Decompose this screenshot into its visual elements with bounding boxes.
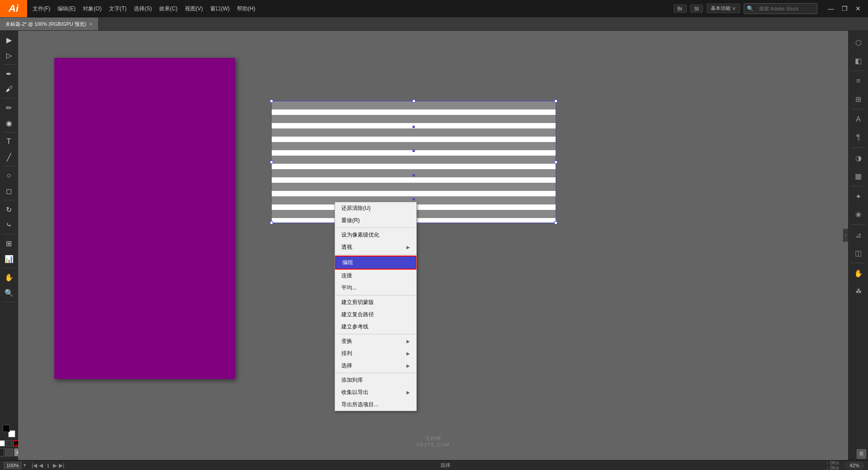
panel-extra-icon[interactable]: ☘ [850, 283, 867, 299]
mid-dot-1 [413, 126, 415, 128]
panel-symbols-icon[interactable]: ❀ [850, 206, 867, 223]
close-button[interactable]: ✕ [852, 2, 864, 15]
ctx-undo[interactable]: 还原清除(U) [335, 202, 416, 214]
transform-tool[interactable]: ⊞ [2, 236, 16, 251]
tab-close-button[interactable]: ✕ [89, 22, 93, 27]
next-page-button[interactable]: ▶ [53, 462, 57, 469]
search-input[interactable] [755, 5, 814, 13]
ctx-export-selection[interactable]: 导出所选项目... [335, 399, 416, 411]
panel-transform-icon[interactable]: ⊿ [850, 227, 867, 243]
chart-tool[interactable]: 📊 [2, 252, 16, 266]
menu-select[interactable]: 选择(S) [130, 0, 156, 17]
warp-tool[interactable]: ⤷ [2, 218, 16, 232]
ctx-select-arrow: ▶ [406, 363, 410, 368]
slice-icon[interactable] [5, 448, 13, 456]
maximize-button[interactable]: ❐ [838, 2, 851, 15]
type-tool[interactable]: T [2, 134, 16, 149]
document-tab[interactable]: 未标题-2* @ 100% (RGB/GPU 预览) ✕ [0, 18, 99, 30]
blob-tool[interactable]: ◉ [2, 116, 16, 130]
ctx-sep-2 [335, 254, 416, 255]
tab-label: 未标题-2* @ 100% (RGB/GPU 预览) [5, 21, 86, 28]
normal-mode-icon[interactable] [0, 440, 5, 446]
menu-help[interactable]: 帮助(H) [233, 0, 259, 17]
direct-select-tool[interactable]: ▷ [2, 48, 16, 62]
zoom-input[interactable]: 100% [4, 462, 22, 469]
handle-bottom-left[interactable] [270, 221, 273, 224]
ctx-group[interactable]: 编组 [335, 256, 416, 270]
panel-para-icon[interactable]: ¶ [850, 129, 867, 146]
ctx-compound-path[interactable]: 建立复合路径 [335, 309, 416, 321]
panel-libraries-icon[interactable]: ⬡ [850, 34, 867, 51]
menu-file[interactable]: 文件(F) [29, 0, 54, 17]
last-page-button[interactable]: ▶| [59, 462, 64, 469]
menu-window[interactable]: 窗口(W) [207, 0, 233, 17]
download-speed: ↓ 0K/s [826, 465, 839, 470]
ctx-transform[interactable]: 变换▶ [335, 335, 416, 347]
ctx-collect-arrow: ▶ [406, 390, 410, 395]
artboard-view-icon[interactable] [0, 448, 4, 456]
panel-sep-3 [851, 147, 866, 148]
panel-hand-icon[interactable]: ✋ [850, 265, 867, 281]
page-navigation: |◀ ◀ 1 ▶ ▶| [32, 462, 64, 469]
menu-edit[interactable]: 编辑(E) [54, 0, 79, 17]
menu-view[interactable]: 视图(V) [181, 0, 207, 17]
tool-row: ╲ [0, 440, 19, 446]
handle-mid-left[interactable] [270, 161, 273, 164]
ctx-sep-1 [335, 228, 416, 228]
menu-bar: 文件(F) 编辑(E) 对象(O) 文字(T) 选择(S) 效果(C) 视图(V… [27, 0, 674, 17]
panel-brush-icon[interactable]: ✦ [850, 188, 867, 204]
panel-swatches-icon[interactable]: ▦ [850, 168, 867, 184]
pencil-tool[interactable]: ✏ [2, 100, 16, 115]
handle-top-left[interactable] [270, 100, 273, 103]
ctx-collect-export[interactable]: 收集以导出▶ [335, 386, 416, 399]
prev-page-button[interactable]: ◀ [39, 462, 43, 469]
stock-button[interactable]: St [690, 5, 703, 13]
bridge-button[interactable]: Br [674, 5, 687, 13]
panel-gradient-icon[interactable]: ◫ [850, 245, 867, 261]
panel-properties-icon[interactable]: ≡ [850, 73, 867, 89]
menu-effect[interactable]: 效果(C) [156, 0, 181, 17]
language-badge[interactable]: 英 [857, 449, 866, 459]
hand-tool[interactable]: ✋ [2, 270, 16, 285]
brush-tool[interactable]: 🖌 [2, 82, 16, 96]
handle-top-right[interactable] [554, 100, 557, 103]
shape-tool[interactable]: ○ [2, 168, 16, 183]
handle-bottom-right[interactable] [554, 221, 557, 224]
handle-top-center[interactable] [412, 100, 415, 103]
pen-tool[interactable]: ✒ [2, 66, 16, 81]
menu-object[interactable]: 对象(O) [79, 0, 105, 17]
foreground-color-box[interactable] [3, 425, 10, 432]
selection-tool[interactable]: ▶ [2, 33, 16, 47]
ctx-perspective[interactable]: 透视▶ [335, 241, 416, 253]
first-page-button[interactable]: |◀ [32, 462, 37, 469]
mask-mode-icon[interactable] [6, 440, 12, 446]
ctx-pixel-optimize[interactable]: 设为像素级优化 [335, 229, 416, 241]
rotate-tool[interactable]: ↻ [2, 202, 16, 217]
ctx-guide[interactable]: 建立参考线 [335, 321, 416, 333]
zoom-tool[interactable]: 🔍 [2, 285, 16, 300]
canvas-area[interactable]: 还原清除(U) 重做(R) 设为像素级优化 透视▶ 编组 连接 平均... 建立… [18, 31, 848, 460]
ctx-select[interactable]: 选择▶ [335, 360, 416, 372]
panel-color-icon[interactable]: ◑ [850, 150, 867, 166]
app-logo: Ai [0, 0, 27, 17]
zoom-dropdown-icon[interactable]: ▾ [24, 462, 26, 468]
ctx-join[interactable]: 连接 [335, 270, 416, 282]
panel-align-icon[interactable]: ⊞ [850, 91, 867, 107]
panel-type-icon[interactable]: A [850, 111, 867, 128]
left-toolbar: ▶ ▷ ✒ 🖌 ✏ ◉ T ╱ ○ ◻ ↻ ⤷ ⊞ 📊 ✋ 🔍 [0, 31, 18, 460]
ctx-add-library[interactable]: 添加到库 [335, 374, 416, 386]
minimize-button[interactable]: — [825, 2, 837, 15]
ctx-clipping-mask[interactable]: 建立剪切蒙版 [335, 296, 416, 309]
panel-layers-icon[interactable]: ◧ [850, 52, 867, 69]
tool-separator-7 [3, 268, 15, 268]
menu-text[interactable]: 文字(T) [105, 0, 130, 17]
eraser-tool[interactable]: ◻ [2, 184, 16, 198]
panel-collapse-button[interactable]: ‹ [843, 228, 848, 242]
line-tool[interactable]: ╱ [2, 150, 16, 164]
ctx-average[interactable]: 平均... [335, 282, 416, 294]
handle-mid-right[interactable] [554, 161, 557, 164]
ctx-arrange[interactable]: 排列▶ [335, 347, 416, 360]
tool-separator-4 [3, 166, 15, 166]
ctx-redo[interactable]: 重做(R) [335, 214, 416, 227]
workspace-button[interactable]: 基本功能 ∨ [707, 4, 740, 13]
